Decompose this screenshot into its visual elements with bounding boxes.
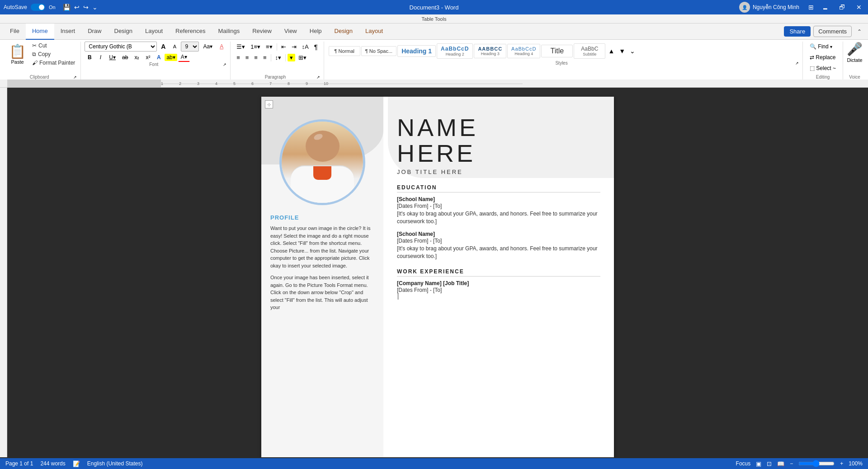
paste-button[interactable]: 📋 Paste <box>5 42 29 66</box>
line-spacing-btn[interactable]: ↕▾ <box>273 53 284 62</box>
share-button[interactable]: Share <box>784 26 811 37</box>
style-heading4[interactable]: AaBbCcD Heading 4 <box>507 44 540 58</box>
styles-scroll-down[interactable]: ▼ <box>617 46 627 56</box>
font-size-select[interactable]: 9 <box>181 42 199 52</box>
school2-name[interactable]: [School Name] <box>397 231 600 237</box>
tab-context-layout[interactable]: Layout <box>359 23 389 40</box>
comments-button[interactable]: Comments <box>813 26 852 37</box>
bullets-btn[interactable]: ☰▾ <box>234 42 247 52</box>
school1-dates[interactable]: [Dates From] - [To] <box>397 203 600 209</box>
tab-layout[interactable]: Layout <box>139 23 169 40</box>
language[interactable]: English (United States) <box>87 460 143 467</box>
web-layout-icon[interactable]: ⊡ <box>767 460 772 467</box>
tab-view[interactable]: View <box>278 23 303 40</box>
school2-dates[interactable]: [Dates From] - [To] <box>397 238 600 244</box>
focus-btn[interactable]: Focus <box>736 460 751 467</box>
borders-btn[interactable]: ⊞▾ <box>296 53 309 62</box>
style-title[interactable]: Title <box>541 45 573 57</box>
resume-name[interactable]: NAME HERE <box>397 115 600 166</box>
justify-btn[interactable]: ≡ <box>261 53 269 62</box>
school1-name[interactable]: [School Name] <box>397 196 600 202</box>
minimize-btn[interactable]: 🗕 <box>819 4 831 11</box>
read-mode-icon[interactable]: 📖 <box>777 460 784 467</box>
tab-file[interactable]: File <box>4 23 26 40</box>
styles-expand-btn[interactable]: ⌄ <box>628 46 637 56</box>
find-dropdown-icon[interactable]: ▾ <box>830 44 832 49</box>
decrease-indent-btn[interactable]: ⇤ <box>279 42 288 52</box>
style-heading1[interactable]: Heading 1 <box>397 45 436 57</box>
tab-references[interactable]: References <box>169 23 212 40</box>
company1-name[interactable]: [Company Name] [Job Title] <box>397 280 600 286</box>
tab-mailings[interactable]: Mailings <box>212 23 246 40</box>
table-move-handle[interactable]: ⊹ <box>265 100 273 108</box>
copy-button[interactable]: ⧉ Copy <box>30 50 77 58</box>
undo-icon[interactable]: ↩ <box>74 4 80 11</box>
align-center-btn[interactable]: ≡ <box>243 53 251 62</box>
text-effects-btn[interactable]: A <box>154 53 164 62</box>
style-heading3[interactable]: AABBCC Heading 3 <box>474 44 506 58</box>
profile-text[interactable]: Want to put your own image in the circle… <box>270 225 374 269</box>
proofing-icon[interactable]: 📝 <box>73 460 80 467</box>
zoom-slider[interactable] <box>798 460 835 467</box>
increase-indent-btn[interactable]: ⇥ <box>289 42 299 52</box>
style-heading2[interactable]: AaBbCcD Heading 2 <box>437 43 473 59</box>
highlight-btn[interactable]: ab▾ <box>165 54 177 61</box>
doc-area[interactable]: ⊹ <box>7 88 868 457</box>
tab-insert[interactable]: Insert <box>54 23 82 40</box>
styles-expand-icon[interactable]: ↗ <box>795 61 799 66</box>
style-subtitle[interactable]: AaBbC Subtitle <box>574 43 605 59</box>
tab-home[interactable]: Home <box>26 23 54 40</box>
bold-btn[interactable]: B <box>85 53 94 62</box>
school2-desc[interactable]: [It's okay to brag about your GPA, award… <box>397 245 600 260</box>
style-nospace[interactable]: ¶ No Spac... <box>361 46 396 56</box>
clipboard-expand-icon[interactable]: ↗ <box>73 75 77 80</box>
style-normal[interactable]: ¶ Normal <box>329 46 360 56</box>
underline-btn[interactable]: U▾ <box>106 53 118 62</box>
autosave-toggle[interactable] <box>31 4 45 11</box>
profile-text2[interactable]: Once your image has been inserted, selec… <box>270 274 374 311</box>
restore-btn[interactable]: 🗗 <box>836 4 848 11</box>
cut-button[interactable]: ✂ Cut <box>30 42 77 50</box>
tab-design[interactable]: Design <box>108 23 139 40</box>
font-color-btn[interactable]: A▾ <box>178 52 190 62</box>
multilevel-btn[interactable]: ≡▾ <box>264 42 275 52</box>
sort-btn[interactable]: ↕A <box>300 42 311 52</box>
tab-draw[interactable]: Draw <box>81 23 108 40</box>
subscript-btn[interactable]: x₂ <box>132 53 142 62</box>
zoom-out-btn[interactable]: − <box>790 460 793 467</box>
zoom-in-btn[interactable]: + <box>840 460 843 467</box>
school1-desc[interactable]: [It's okay to brag about your GPA, award… <box>397 210 600 225</box>
zoom-percent[interactable]: 100% <box>849 460 863 467</box>
font-size-shrink-btn[interactable]: A <box>170 42 179 51</box>
styles-scroll-up[interactable]: ▲ <box>606 46 616 56</box>
font-size-grow-btn[interactable]: A <box>158 42 168 52</box>
save-icon[interactable]: 💾 <box>63 4 71 11</box>
company1-dates[interactable]: [Dates From] - [To] <box>397 287 600 293</box>
clear-formatting-btn[interactable]: A <box>217 42 226 51</box>
tab-help[interactable]: Help <box>303 23 328 40</box>
font-expand-icon[interactable]: ↗ <box>223 62 226 67</box>
select-button[interactable]: ⬚ Select ~ <box>807 63 839 73</box>
redo-icon[interactable]: ↪ <box>83 4 89 11</box>
tab-context-design[interactable]: Design <box>328 23 359 40</box>
layout-icon[interactable]: ⊞ <box>808 4 814 11</box>
font-name-select[interactable]: Century Gothic (B <box>85 42 157 52</box>
find-button[interactable]: 🔍 Find ▾ <box>807 42 835 52</box>
replace-button[interactable]: ⇄ Replace <box>807 52 839 62</box>
numbering-btn[interactable]: 1≡▾ <box>248 42 263 52</box>
show-marks-btn[interactable]: ¶ <box>312 42 320 52</box>
format-painter-button[interactable]: 🖌 Format Painter <box>30 59 77 67</box>
dictate-label[interactable]: Dictate <box>847 57 862 63</box>
italic-btn[interactable]: I <box>95 53 105 62</box>
change-case-btn[interactable]: Aa▾ <box>200 42 215 51</box>
profile-photo[interactable] <box>279 119 365 205</box>
print-layout-icon[interactable]: ▣ <box>756 460 761 467</box>
paragraph-expand-icon[interactable]: ↗ <box>316 75 320 80</box>
strikethrough-btn[interactable]: ab <box>119 53 131 62</box>
align-left-btn[interactable]: ≡ <box>234 53 242 62</box>
job-title[interactable]: JOB TITLE HERE <box>397 169 600 175</box>
superscript-btn[interactable]: x² <box>143 53 153 62</box>
align-right-btn[interactable]: ≡ <box>252 53 260 62</box>
customize-qat-icon[interactable]: ⌄ <box>92 4 98 11</box>
close-btn[interactable]: ✕ <box>854 4 864 11</box>
